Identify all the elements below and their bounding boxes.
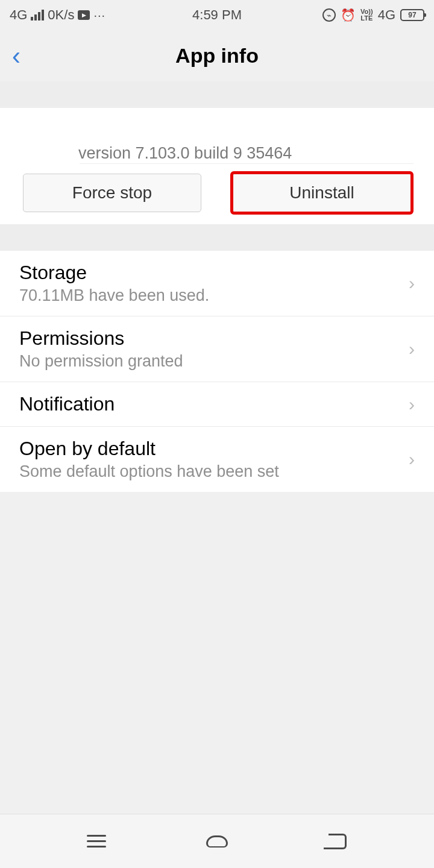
battery-icon: 97 <box>400 9 424 21</box>
notification-item[interactable]: Notification › <box>0 382 434 427</box>
video-icon <box>78 10 90 20</box>
permissions-item[interactable]: Permissions No permission granted › <box>0 316 434 382</box>
app-title-area: version 7.103.0 build 9 35464 <box>78 119 414 163</box>
chevron-right-icon: › <box>409 449 415 470</box>
status-bar: 4G 0K/s ··· 4:59 PM ⌁ ⏰ Vo))LTE 4G 97 <box>0 0 434 30</box>
permissions-title: Permissions <box>19 327 401 350</box>
open-by-default-item[interactable]: Open by default Some default options hav… <box>0 427 434 492</box>
app-header-row: version 7.103.0 build 9 35464 <box>0 108 434 163</box>
permissions-subtitle: No permission granted <box>19 352 401 371</box>
action-buttons-row: Force stop Uninstall <box>0 164 434 224</box>
chevron-right-icon: › <box>409 394 415 415</box>
chevron-right-icon: › <box>409 339 415 359</box>
open-by-default-title: Open by default <box>19 438 401 460</box>
page-title: App info <box>175 44 259 68</box>
settings-list: Storage 70.11MB have been used. › Permis… <box>0 251 434 492</box>
data-speed: 0K/s <box>48 7 74 23</box>
network-label: 4G <box>10 7 27 23</box>
alarm-icon: ⏰ <box>341 8 356 22</box>
status-left: 4G 0K/s ··· <box>10 7 105 23</box>
back-button[interactable]: ‹ <box>12 43 20 69</box>
navigation-bar <box>0 814 434 868</box>
uninstall-button[interactable]: Uninstall <box>233 174 411 212</box>
signal-icon <box>31 10 44 20</box>
status-right: ⌁ ⏰ Vo))LTE 4G 97 <box>322 7 424 23</box>
network2-label: 4G <box>378 7 395 23</box>
app-icon <box>20 119 65 163</box>
storage-title: Storage <box>19 262 401 284</box>
page-header: ‹ App info <box>0 30 434 81</box>
storage-subtitle: 70.11MB have been used. <box>19 286 401 305</box>
chevron-right-icon: › <box>409 273 415 294</box>
open-by-default-subtitle: Some default options have been set <box>19 462 401 481</box>
home-button[interactable] <box>205 829 229 854</box>
notification-title: Notification <box>19 393 401 415</box>
volte-icon: Vo))LTE <box>360 8 373 22</box>
force-stop-button[interactable]: Force stop <box>23 174 201 212</box>
back-nav-button[interactable] <box>326 829 350 854</box>
status-time: 4:59 PM <box>192 7 242 23</box>
section-divider <box>0 224 434 251</box>
section-divider <box>0 81 434 108</box>
bluetooth-icon: ⌁ <box>322 8 336 22</box>
app-version: version 7.103.0 build 9 35464 <box>78 144 414 163</box>
storage-item[interactable]: Storage 70.11MB have been used. › <box>0 251 434 316</box>
app-name <box>78 119 163 143</box>
recent-apps-button[interactable] <box>84 829 108 854</box>
